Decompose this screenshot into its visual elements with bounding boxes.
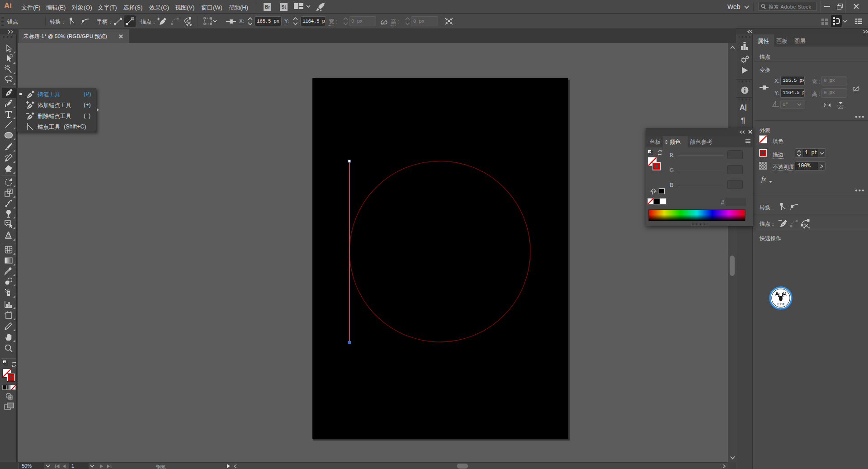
svg-text:行走者: 行走者 [777, 303, 785, 306]
